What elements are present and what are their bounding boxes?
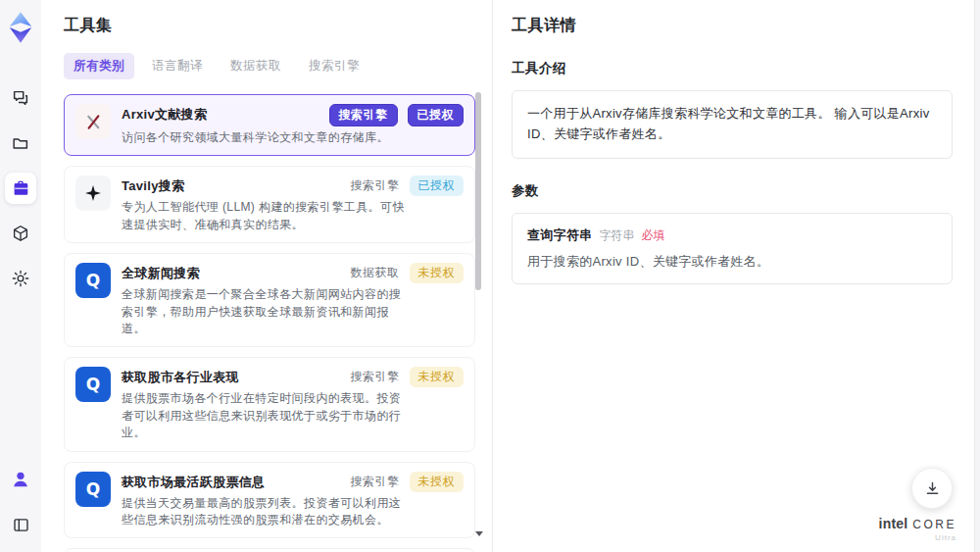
newsq-tool-icon: Q	[75, 263, 111, 298]
tab-language-translation[interactable]: 语言翻译	[142, 53, 213, 79]
tool-card[interactable]: 万维地区新闻查询 搜索引擎 未授权 查询具体行政区划内的新闻，快速了解各地新闻动	[64, 548, 475, 552]
sidebar-item-toolbox[interactable]	[5, 173, 36, 204]
tool-status-badge: 已授权	[408, 104, 465, 126]
tool-title: Tavily搜索	[122, 176, 184, 195]
arxiv-tool-icon	[75, 104, 111, 139]
chat-icon	[11, 88, 30, 108]
tool-intro-box: 一个用于从Arxiv存储库搜索科学论文和文章的工具。 输入可以是Arxiv ID…	[512, 90, 953, 159]
gem-logo-icon	[7, 11, 34, 44]
intel-series-name: CORE	[912, 518, 956, 531]
tool-title: 获取市场最活跃股票信息	[122, 472, 265, 491]
news-search-icon: Q	[86, 479, 100, 499]
tavily-tool-icon	[75, 176, 111, 211]
app-window: 工具集 所有类别 语言翻译 数据获取 搜索引擎 Arxiv文献搜索 搜索引擎 已…	[0, 0, 980, 552]
tools-panel: 工具集 所有类别 语言翻译 数据获取 搜索引擎 Arxiv文献搜索 搜索引擎 已…	[41, 0, 492, 552]
tool-description: 提供当天交易量最高的股票列表。投资者可以利用这些信息来识别流动性强的股票和潜在的…	[122, 495, 408, 529]
sidebar-item-user[interactable]	[5, 464, 36, 495]
tool-detail-panel: 工具详情 工具介绍 一个用于从Arxiv存储库搜索科学论文和文章的工具。 输入可…	[492, 0, 974, 552]
news-search-icon: Q	[86, 375, 100, 394]
newsq-tool-icon: Q	[75, 367, 111, 402]
tool-title: Arxiv文献搜索	[122, 104, 207, 124]
tool-description: 专为人工智能代理 (LLM) 构建的搜索引擎工具。可快速提供实时、准确和真实的结…	[122, 199, 408, 233]
sidebar-item-collapse-panel[interactable]	[5, 509, 36, 540]
gear-icon	[11, 269, 30, 288]
detail-panel-title: 工具详情	[512, 16, 953, 36]
tool-description: 提供股票市场各个行业在特定时间段内的表现。投资者可以利用这些信息来识别表现优于或…	[122, 390, 408, 441]
tool-category-tag: 搜索引擎	[329, 104, 398, 126]
tool-status-badge: 未授权	[410, 263, 465, 283]
tool-list: Arxiv文献搜索 搜索引擎 已授权 访问各个研究领域大量科学论文和文章的存储库…	[64, 94, 475, 552]
news-search-icon: Q	[86, 271, 100, 290]
tool-description: 全球新闻搜索是一个聚合全球各大新闻网站内容的搜索引擎，帮助用户快速获取全球最新资…	[122, 286, 408, 337]
tool-status-badge: 未授权	[410, 472, 465, 492]
tool-card[interactable]: Q 全球新闻搜索 数据获取 未授权 全球新闻搜索是一个聚合全球各大新闻网站内容的…	[64, 253, 475, 347]
tool-card[interactable]: Tavily搜索 搜索引擎 已授权 专为人工智能代理 (LLM) 构建的搜索引擎…	[64, 166, 475, 243]
tool-title: 全球新闻搜索	[122, 263, 200, 282]
tool-category-tag: 搜索引擎	[351, 177, 400, 194]
sidebar-item-settings[interactable]	[5, 263, 36, 294]
package-icon	[11, 224, 30, 243]
tool-card[interactable]: Arxiv文献搜索 搜索引擎 已授权 访问各个研究领域大量科学论文和文章的存储库…	[64, 94, 475, 156]
tool-category-tag: 数据获取	[351, 265, 400, 281]
sidebar-rail	[0, 0, 41, 552]
intro-section-heading: 工具介绍	[512, 60, 953, 77]
tool-card[interactable]: Q 获取股市各行业表现 搜索引擎 未授权 提供股票市场各个行业在特定时间段内的表…	[64, 357, 475, 451]
panel-icon	[12, 516, 30, 534]
tool-category-tag: 搜索引擎	[351, 369, 400, 385]
tool-status-badge: 已授权	[410, 176, 465, 196]
sidebar-item-chat[interactable]	[5, 82, 36, 114]
newsq-tool-icon: Q	[75, 472, 111, 507]
intel-tier-name: Ultra	[935, 533, 956, 542]
category-tabs: 所有类别 语言翻译 数据获取 搜索引擎	[64, 53, 492, 79]
tool-description: 访问各个研究领域大量科学论文和文章的存储库。	[122, 129, 408, 146]
intel-brand-name: intel	[879, 516, 908, 531]
intel-core-logo: intelCORE Ultra	[879, 515, 956, 542]
sidebar-item-folder[interactable]	[5, 127, 36, 159]
parameter-required-flag: 必填	[642, 227, 665, 244]
tool-intro-text: 一个用于从Arxiv存储库搜索科学论文和文章的工具。 输入可以是Arxiv ID…	[527, 104, 937, 145]
tool-category-tag: 搜索引擎	[351, 474, 400, 490]
tool-title: 获取股市各行业表现	[122, 367, 239, 386]
parameter-name: 查询字符串	[527, 226, 593, 244]
tool-card[interactable]: Q 获取市场最活跃股票信息 搜索引擎 未授权 提供当天交易量最高的股票列表。投资…	[64, 462, 475, 539]
tavily-star-icon	[83, 183, 103, 203]
tool-status-badge: 未授权	[410, 367, 465, 387]
params-section-heading: 参数	[512, 182, 953, 200]
user-icon	[11, 470, 30, 489]
tab-all-categories[interactable]: 所有类别	[64, 53, 134, 79]
parameter-description: 用于搜索的Arxiv ID、关键字或作者姓名。	[527, 253, 937, 271]
download-button[interactable]	[911, 468, 953, 509]
scrollbar-thumb[interactable]	[475, 92, 481, 290]
tools-panel-title: 工具集	[64, 16, 492, 36]
toolbox-icon	[11, 178, 30, 198]
tab-search-engine[interactable]: 搜索引擎	[299, 53, 369, 79]
tab-data-fetch[interactable]: 数据获取	[220, 53, 291, 79]
scrollbar-down-arrow-icon[interactable]	[475, 531, 483, 536]
folder-icon	[11, 133, 30, 153]
app-logo	[6, 10, 35, 45]
parameter-box: 查询字符串 字符串 必填 用于搜索的Arxiv ID、关键字或作者姓名。	[512, 213, 953, 284]
window-scrollbar-track[interactable]	[974, 0, 980, 552]
parameter-type: 字符串	[600, 227, 635, 244]
list-scrollbar	[475, 92, 481, 524]
arxiv-icon	[83, 112, 104, 132]
sidebar-item-package[interactable]	[5, 218, 36, 249]
download-icon	[924, 480, 941, 497]
